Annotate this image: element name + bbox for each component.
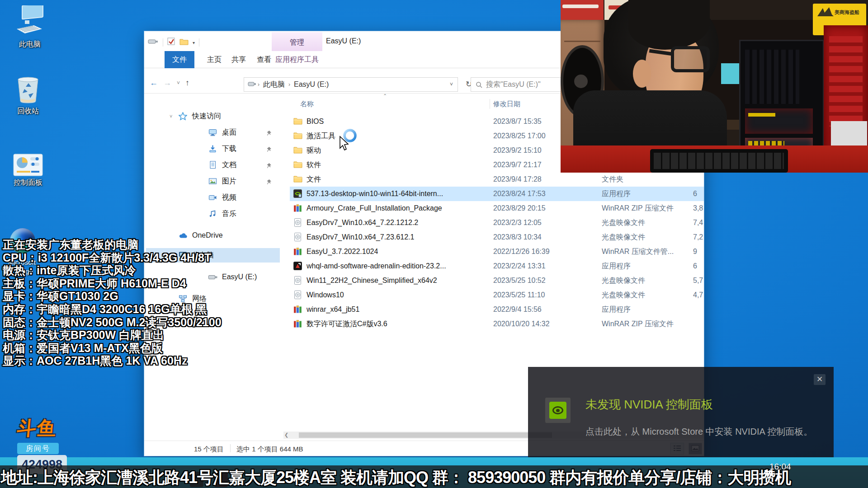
file-type: 光盘映像文件 — [602, 233, 645, 242]
spec-line: 主板：华硕PRIME大师 H610M-E D4 — [3, 277, 222, 290]
ribbon-tab-4[interactable]: 应用程序工具 — [272, 51, 322, 68]
disc-image-icon — [293, 291, 302, 300]
pin-icon — [266, 162, 272, 170]
sort-ascending-icon: ⌃ — [383, 93, 387, 99]
desktop-icon-control-panel[interactable]: 控制面板 — [6, 154, 50, 188]
recent-locations-dropdown-icon[interactable]: ˅ — [177, 80, 180, 86]
column-header-name[interactable]: 名称 — [300, 100, 314, 108]
file-name: whql-amd-software-adrenalin-edition-23.2… — [307, 262, 446, 270]
file-row[interactable]: 数字许可证激活C#版v3.6 2020/10/20 14:32 WinRAR Z… — [290, 317, 704, 331]
pc-interior — [745, 108, 813, 134]
sidebar-item-音乐[interactable]: 音乐 — [146, 206, 280, 221]
keyboard-keys — [654, 153, 784, 169]
file-row[interactable]: EasyDrv7_Win10.x64_7.22.1212.2 2023/2/3 … — [290, 216, 704, 230]
download-icon — [208, 145, 218, 153]
expand-chevron-icon[interactable]: ˅ — [170, 113, 176, 119]
taskbar-clock[interactable]: 16:04 — [769, 462, 791, 472]
fan-hub — [574, 75, 588, 88]
ribbon-manage-tab[interactable]: 管理 — [272, 32, 322, 51]
toast-title: 未发现 NVIDIA 控制面板 — [585, 397, 713, 413]
nvidia-installer-icon — [293, 189, 302, 198]
desktop-icon-this-pc[interactable]: 此电脑 — [8, 5, 52, 49]
desktop-icon-label: 此电脑 — [8, 40, 52, 49]
breadcrumb-chevron-icon: › — [288, 81, 291, 88]
amd-installer-icon — [293, 262, 302, 271]
ribbon-tab-0[interactable]: 文件 — [165, 51, 194, 68]
cable-combs — [748, 113, 775, 117]
column-header-date[interactable]: 修改日期 — [493, 100, 520, 108]
file-type: 光盘映像文件 — [602, 218, 645, 228]
file-date: 2023/8/29 20:15 — [493, 204, 546, 212]
video-icon — [208, 193, 218, 202]
back-button[interactable]: ← — [150, 78, 158, 88]
scroll-left-icon[interactable]: ❮ — [284, 432, 288, 438]
spec-line: CPU：i3 12100F全新散片3.3/4.3G 4H/8T — [3, 251, 222, 264]
folder-qat-icon[interactable] — [179, 38, 189, 47]
qat-dropdown-icon[interactable]: ▾ — [193, 40, 195, 45]
file-type: 光盘映像文件 — [602, 291, 645, 300]
checkbox-icon[interactable] — [167, 38, 175, 47]
file-row[interactable]: 文件 2023/9/4 17:28 文件夹 — [290, 172, 704, 187]
toast-close-icon[interactable]: ✕ — [814, 374, 826, 385]
address-bar[interactable]: › 此电脑 › EasyU (E:) ˅ — [244, 77, 458, 92]
sidebar-item-文档[interactable]: 文档 — [146, 158, 280, 172]
spec-line: 内存：宇瞻暗黑D4 3200C16 16G单根 黑 — [3, 303, 222, 316]
up-button[interactable]: ↑ — [185, 78, 189, 88]
document-icon — [208, 161, 218, 169]
breadcrumb-this-pc[interactable]: 此电脑 — [260, 80, 288, 89]
winrar-icon — [293, 319, 302, 328]
sidebar-item-快速访问[interactable]: ˅ 快速访问 — [146, 109, 280, 123]
spec-line: 机箱：爱国者V13 M-ATX黑色版 — [3, 342, 222, 355]
picture-icon — [208, 177, 218, 185]
music-icon — [208, 210, 218, 218]
file-date: 2023/8/3 10:34 — [493, 233, 542, 241]
file-size: 6 — [693, 262, 697, 270]
person-glasses — [671, 46, 710, 72]
file-name: 激活工具 — [307, 131, 335, 141]
psu-label — [748, 141, 784, 145]
file-size: 3,8 — [693, 204, 703, 212]
corsair-sign-text: 美商海盗船 — [835, 9, 859, 16]
file-row[interactable]: EasyU_3.7.2022.1024 2022/12/26 16:39 Win… — [290, 244, 704, 259]
file-row[interactable]: Armoury_Crate_Full_Installation_Package … — [290, 201, 704, 216]
sidebar-item-图片[interactable]: 图片 — [146, 174, 280, 188]
file-size: 6 — [693, 190, 697, 198]
sidebar-item-label: 图片 — [222, 177, 236, 186]
file-row[interactable]: EasyDrv7_Win10.x64_7.23.612.1 2023/8/3 1… — [290, 230, 704, 244]
desktop-icon-recycle-bin[interactable]: 回收站 — [6, 76, 50, 116]
spinner-icon — [344, 130, 355, 141]
nvidia-toast-notification[interactable]: 未发现 NVIDIA 控制面板 点击此处，从 Microsoft Store 中… — [528, 367, 834, 461]
breadcrumb-chevron-icon: › — [257, 81, 260, 88]
breadcrumb-easyu-drive[interactable]: EasyU (E:) — [291, 80, 331, 89]
sidebar-item-视频[interactable]: 视频 — [146, 190, 280, 205]
stream-spec-overlay: 正在安装广东董老板的电脑CPU：i3 12100F全新散片3.3/4.3G 4H… — [3, 238, 222, 367]
scrollbar-thumb[interactable] — [299, 432, 552, 438]
folder-icon — [293, 117, 302, 126]
sidebar-item-下载[interactable]: 下载 — [146, 141, 280, 156]
sidebar-item-label: EasyU (E:) — [222, 273, 257, 281]
file-size: 7,2 — [693, 233, 703, 241]
file-type: WinRAR ZIP 压缩文件 — [602, 319, 674, 329]
file-row[interactable]: winrar_x64_jb51 2022/9/4 15:56 应用程序 — [290, 302, 704, 317]
file-date: 2023/2/24 13:31 — [493, 262, 546, 270]
person-ear — [633, 60, 651, 88]
file-row[interactable]: 537.13-desktop-win10-win11-64bit-intern.… — [290, 187, 704, 201]
sidebar-item-桌面[interactable]: 桌面 — [146, 125, 280, 140]
file-row[interactable]: whql-amd-software-adrenalin-edition-23.2… — [290, 259, 704, 273]
busy-cursor — [338, 128, 360, 154]
search-input[interactable]: 搜索"EasyU (E:)" — [471, 77, 566, 92]
spec-line: 显卡：华硕GT1030 2G — [3, 290, 222, 303]
banner-text: 地址:上海徐家汇漕溪北路41号汇嘉大厦25楼A室 装机请加QQ 群： 85939… — [1, 467, 791, 488]
file-row[interactable]: Windows10 2023/5/25 11:10 光盘映像文件 4,7 — [290, 288, 704, 302]
spec-line: 正在安装广东董老板的电脑 — [3, 238, 222, 251]
address-dropdown-icon[interactable]: ˅ — [445, 81, 458, 88]
forward-button[interactable]: → — [163, 78, 171, 88]
file-name: EasyU_3.7.2022.1024 — [307, 248, 378, 256]
file-name: BIOS — [307, 117, 324, 126]
spec-line: 散热：inte原装下压式风冷 — [3, 264, 222, 277]
file-size: 5,7 — [693, 277, 703, 285]
file-row[interactable]: Win11_22H2_Chinese_Simplified_x64v2 2023… — [290, 273, 704, 288]
file-type: WinRAR ZIP 压缩文件 — [602, 204, 674, 213]
control-panel-icon — [13, 154, 43, 176]
folder-icon — [293, 175, 302, 184]
